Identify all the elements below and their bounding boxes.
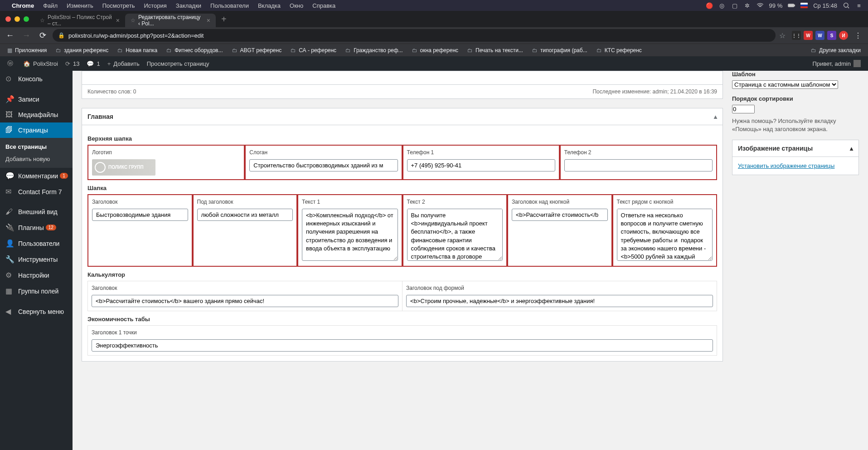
btn-text-textarea[interactable]: [617, 209, 713, 261]
app-name[interactable]: Chrome: [12, 2, 34, 9]
my-account[interactable]: Привет, admin: [809, 56, 864, 71]
bookmark-item[interactable]: 🗀Новая папка: [114, 45, 161, 56]
apps-shortcut[interactable]: ▦ Приложения: [4, 45, 50, 56]
add-new[interactable]: +Добавить: [104, 56, 143, 71]
ext-icon-w[interactable]: W: [804, 31, 813, 40]
tab-title: Редактировать страницу ‹ Pol...: [138, 14, 203, 27]
menu-comments[interactable]: 💬Комментарии1: [0, 168, 73, 184]
maximize-window-icon[interactable]: [24, 16, 29, 22]
comments[interactable]: 💬1: [83, 56, 103, 71]
window-controls[interactable]: [5, 16, 29, 22]
status-wifi-icon[interactable]: [756, 2, 764, 9]
set-featured-image-link[interactable]: Установить изображение страницы: [738, 162, 834, 169]
menu-window[interactable]: Окно: [290, 2, 303, 9]
minimize-window-icon[interactable]: [15, 16, 20, 22]
menu-tools[interactable]: 🔧Инструменты: [0, 251, 73, 267]
site-name[interactable]: 🏠PolixStroi: [19, 56, 62, 71]
phone1-input[interactable]: [407, 159, 555, 171]
menu-bookmarks[interactable]: Закладки: [176, 2, 201, 9]
phone2-input[interactable]: [564, 159, 713, 171]
wp-logo[interactable]: ⓦ: [4, 56, 19, 71]
chevron-up-icon[interactable]: ▴: [714, 113, 717, 120]
menu-edit[interactable]: Изменить: [67, 2, 93, 9]
status-cloud-icon[interactable]: ◎: [718, 2, 726, 9]
browser-tab-2[interactable]: ☆ Редактировать страницу ‹ Pol... ×: [125, 14, 216, 27]
profile-avatar-icon[interactable]: И: [839, 31, 848, 40]
status-bluetooth-icon[interactable]: ✲: [744, 2, 751, 9]
field-text1: Текст 1: [297, 194, 402, 267]
ext-icon-s[interactable]: S: [827, 31, 836, 40]
updates[interactable]: ⟳13: [62, 56, 83, 71]
view-page[interactable]: Просмотреть страницу: [143, 56, 213, 71]
reload-button[interactable]: ⟳: [36, 29, 49, 42]
menu-view[interactable]: Посмотреть: [102, 2, 135, 9]
sub-all-pages[interactable]: Все страницы: [0, 141, 73, 153]
btn-heading-input[interactable]: [512, 209, 608, 221]
menu-pages[interactable]: 🗐Страницы: [0, 122, 73, 138]
ext-icon-w2[interactable]: W: [815, 31, 824, 40]
slogan-input[interactable]: [249, 159, 398, 171]
close-tab-icon[interactable]: ×: [207, 17, 210, 24]
bookmark-star-icon[interactable]: ☆: [779, 31, 786, 40]
menu-collapse[interactable]: ◀Свернуть меню: [0, 303, 73, 319]
chevron-up-icon[interactable]: ▴: [850, 145, 853, 152]
bookmark-item[interactable]: 🗀КТС референс: [593, 45, 645, 56]
clock[interactable]: Ср 15:48: [813, 2, 837, 9]
menu-people[interactable]: Пользователи: [210, 2, 249, 9]
close-tab-icon[interactable]: ×: [116, 17, 120, 24]
metabox-title[interactable]: Главная ▴: [82, 108, 723, 125]
lock-icon: 🔒: [58, 32, 65, 39]
bookmark-item[interactable]: 🗀ABGT референс: [228, 45, 286, 56]
spotlight-icon[interactable]: [843, 2, 850, 9]
sub-add-page[interactable]: Добавить новую: [0, 153, 73, 165]
bookmark-item[interactable]: 🗀Фитнес оборудов...: [163, 45, 226, 56]
menu-plugins[interactable]: 🔌Плагины12: [0, 220, 73, 235]
chrome-menu-button[interactable]: ⋮: [852, 31, 864, 40]
menu-media[interactable]: 🖾Медиафайлы: [0, 107, 73, 122]
ext-icon-1[interactable]: ⋮⋮: [792, 31, 801, 40]
group-label-calc: Калькулятор: [87, 267, 717, 281]
bookmark-item[interactable]: 🗀типография (раб...: [529, 45, 591, 56]
back-button[interactable]: ←: [4, 29, 16, 42]
status-notif-icon[interactable]: 🔴: [706, 2, 713, 9]
browser-tab-1[interactable]: ☆ PolixStroi – Поликс Строй – ст... ×: [34, 14, 125, 27]
template-select[interactable]: Страница с кастомным шаблоном: [732, 80, 838, 89]
field-slogan: Слоган: [245, 145, 402, 180]
bookmark-item[interactable]: 🗀Гражданство реф...: [342, 45, 406, 56]
new-tab-button[interactable]: +: [216, 14, 232, 24]
menu-appearance[interactable]: 🖌Внешний вид: [0, 204, 73, 220]
menu-help[interactable]: Справка: [312, 2, 335, 9]
menu-acf[interactable]: ▦Группы полей: [0, 283, 73, 299]
address-bar[interactable]: 🔒 polixstroi.ru/wp-admin/post.php?post=2…: [53, 29, 776, 42]
bookmark-item[interactable]: 🗀окна референс: [408, 45, 462, 56]
media-icon: 🖾: [5, 111, 15, 119]
menu-file[interactable]: Файл: [43, 2, 58, 9]
subheading-input[interactable]: [197, 209, 293, 221]
input-flag-ru-icon[interactable]: [800, 3, 808, 8]
econ-point1-input[interactable]: [92, 339, 713, 352]
forward-button[interactable]: →: [20, 29, 33, 42]
calc-heading2-input[interactable]: [406, 295, 713, 307]
other-bookmarks[interactable]: 🗀Другие закладки: [807, 45, 864, 56]
menu-tab[interactable]: Вкладка: [258, 2, 281, 9]
logo-image[interactable]: ПОЛИКС ГРУПП: [92, 159, 155, 176]
svg-point-3: [844, 3, 848, 7]
menu-dashboard[interactable]: ⊙Консоль: [0, 71, 73, 87]
bookmark-item[interactable]: 🗀здания референс: [52, 45, 112, 56]
text1-textarea[interactable]: [302, 209, 398, 261]
menu-posts[interactable]: 📌Записи: [0, 91, 73, 107]
menu-cf7[interactable]: ✉Contact Form 7: [0, 184, 73, 200]
calc-heading-input[interactable]: [92, 295, 398, 307]
bookmark-item[interactable]: 🗀СА - референс: [287, 45, 340, 56]
featured-image-title[interactable]: Изображение страницы ▴: [732, 140, 858, 157]
bookmark-item[interactable]: 🗀Печать на тексти...: [464, 45, 527, 56]
status-airplay-icon[interactable]: ▢: [731, 2, 738, 9]
heading-input[interactable]: [92, 209, 188, 221]
menu-users[interactable]: 👤Пользователи: [0, 235, 73, 251]
text2-textarea[interactable]: [407, 209, 503, 261]
order-input[interactable]: [732, 105, 755, 113]
close-window-icon[interactable]: [5, 16, 11, 22]
menu-settings[interactable]: ⚙Настройки: [0, 267, 73, 283]
notifications-icon[interactable]: ≡: [855, 2, 863, 9]
menu-history[interactable]: История: [144, 2, 166, 9]
